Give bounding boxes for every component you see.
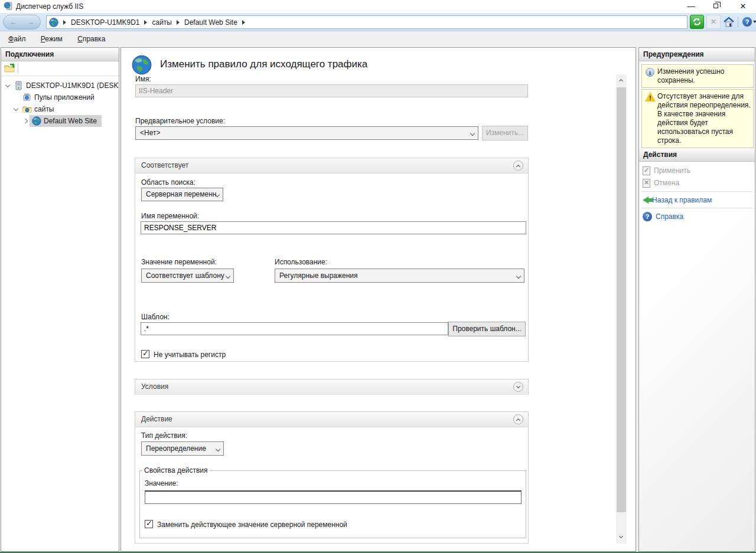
restore-button[interactable]: [704, 0, 730, 13]
refresh-icon[interactable]: [690, 15, 704, 29]
page-title: Изменить правило для исходящего трафика: [160, 58, 367, 70]
app-pools-icon: [22, 93, 32, 102]
action-section-header[interactable]: Действие: [135, 412, 528, 427]
collapse-chevron-icon[interactable]: [513, 161, 523, 171]
breadcrumb[interactable]: DESKTOP-U1MK9D1 сайты Default Web Site: [46, 15, 687, 29]
using-label: Использование:: [275, 258, 327, 266]
action-value-input[interactable]: [145, 490, 522, 504]
expander-chevron-icon[interactable]: [23, 119, 28, 123]
page-globe-icon: [132, 55, 152, 75]
expand-chevron-icon[interactable]: [513, 382, 523, 392]
variable-value-label: Значение переменной:: [141, 258, 217, 266]
sites-folder-icon: [22, 104, 32, 114]
app-window: Диспетчер служб IIS — ✕ ← → DESKTOP-U1MK…: [0, 0, 756, 553]
edit-precondition-button: Изменить...: [482, 126, 528, 140]
apply-icon: ✓: [643, 166, 650, 175]
match-section-title: Соответствует: [141, 161, 188, 169]
breadcrumb-separator-icon: [177, 20, 180, 25]
minimize-button[interactable]: —: [678, 0, 704, 13]
cancel-label: Отмена: [654, 179, 679, 187]
address-bar: ← → DESKTOP-U1MK9D1 сайты Default Web Si…: [0, 13, 756, 31]
match-section: Соответствует Область поиска: Серверная …: [135, 158, 529, 362]
close-button[interactable]: ✕: [730, 0, 756, 13]
back-to-rules-action[interactable]: Назад к правилам: [643, 194, 712, 206]
create-connection-icon[interactable]: [4, 63, 15, 74]
feature-page: Изменить правило для исходящего трафика …: [120, 47, 636, 552]
breadcrumb-item-site[interactable]: Default Web Site: [184, 18, 237, 27]
help-label: Справка: [656, 212, 683, 221]
expander-chevron-icon[interactable]: [14, 106, 18, 111]
chevron-down-icon: [216, 447, 220, 451]
warnings-header: Предупреждения: [639, 48, 755, 61]
info-text: Изменения успешно сохранены.: [657, 67, 724, 84]
info-icon: i: [646, 68, 654, 77]
connections-pane: Подключения DESKTOP-U1MK9D1 (DESKTOI: [1, 47, 119, 552]
precondition-value: <Нет>: [140, 129, 160, 137]
pattern-input[interactable]: [141, 322, 448, 335]
tree-item-app-pools[interactable]: Пулы приложений: [1, 91, 119, 103]
warning-icon: [645, 92, 656, 102]
tree-item-label: Default Web Site: [44, 115, 97, 127]
value-label: Значение:: [145, 479, 178, 487]
variable-name-input[interactable]: [141, 221, 526, 234]
breadcrumb-item-server[interactable]: DESKTOP-U1MK9D1: [71, 18, 139, 27]
separator: [641, 191, 752, 192]
scroll-up-icon[interactable]: [616, 74, 627, 87]
help-action[interactable]: ? Справка: [643, 211, 683, 222]
conditions-section: Условия: [135, 379, 529, 395]
chevron-down-icon: [226, 274, 230, 279]
globe-icon: [32, 116, 41, 126]
toolbar-separator: [18, 63, 18, 74]
variable-value-select[interactable]: Соответствует шаблону: [141, 269, 234, 283]
menu-view[interactable]: Режим: [41, 31, 63, 47]
replace-value-label: Заменить действующее значение серверной …: [157, 521, 347, 529]
help-dropdown-caret-icon[interactable]: [753, 21, 756, 23]
scope-label: Область поиска:: [141, 178, 195, 186]
chevron-down-icon: [470, 131, 475, 136]
tree-item-default-web-site[interactable]: Default Web Site: [1, 115, 119, 127]
tree-item-sites[interactable]: сайты: [1, 103, 119, 115]
title-bar: Диспетчер служб IIS — ✕: [0, 0, 756, 13]
breadcrumb-item-sites[interactable]: сайты: [152, 18, 172, 27]
scrollbar-thumb[interactable]: [617, 87, 626, 512]
match-section-header[interactable]: Соответствует: [135, 158, 528, 174]
scope-select[interactable]: Серверная переменн: [141, 188, 223, 201]
action-type-value: Переопределение: [146, 444, 206, 453]
menu-file[interactable]: Файл: [8, 31, 26, 47]
apply-action: ✓ Применить: [643, 165, 690, 176]
conditions-section-header[interactable]: Условия: [135, 379, 528, 395]
breadcrumb-separator-icon: [144, 20, 147, 25]
scroll-down-icon[interactable]: [616, 531, 627, 544]
using-select[interactable]: Регулярные выражения: [275, 269, 524, 283]
back-to-rules-label: Назад к правилам: [652, 196, 712, 204]
home-icon[interactable]: [722, 15, 736, 29]
back-arrow-icon: [643, 197, 649, 204]
vertical-scrollbar[interactable]: [616, 74, 627, 544]
separator: [641, 208, 752, 208]
cancel-action: ✕ Отмена: [643, 177, 679, 189]
replace-value-checkbox[interactable]: [145, 520, 153, 528]
tree-item-label: DESKTOP-U1MK9D1 (DESKTOI: [26, 80, 119, 91]
stop-icon: ✕: [706, 15, 721, 29]
forward-button[interactable]: →: [27, 18, 34, 27]
navigation-buttons: ← →: [3, 15, 41, 30]
ignore-case-checkbox[interactable]: [141, 350, 149, 358]
globe-icon: [49, 18, 58, 27]
pattern-label: Шаблон:: [141, 313, 170, 321]
restore-icon: [713, 4, 718, 8]
breadcrumb-separator-icon: [63, 20, 66, 25]
menu-help[interactable]: Справка: [77, 31, 105, 47]
collapse-chevron-icon[interactable]: [513, 414, 523, 424]
expander-chevron-icon[interactable]: [5, 83, 10, 87]
precondition-select[interactable]: <Нет>: [135, 126, 478, 140]
action-type-select[interactable]: Переопределение: [141, 441, 224, 456]
back-button[interactable]: ←: [9, 18, 17, 27]
name-label: Имя:: [135, 75, 151, 83]
test-pattern-button[interactable]: Проверить шаблон...: [448, 322, 526, 336]
tree-item-server[interactable]: DESKTOP-U1MK9D1 (DESKTOI: [1, 80, 119, 91]
app-icon: [4, 2, 13, 11]
info-notice: i Изменения успешно сохранены.: [641, 64, 754, 88]
help-icon[interactable]: ?: [740, 15, 754, 29]
window-title: Диспетчер служб IIS: [16, 2, 83, 11]
ignore-case-label: Не учитывать регистр: [154, 351, 226, 359]
